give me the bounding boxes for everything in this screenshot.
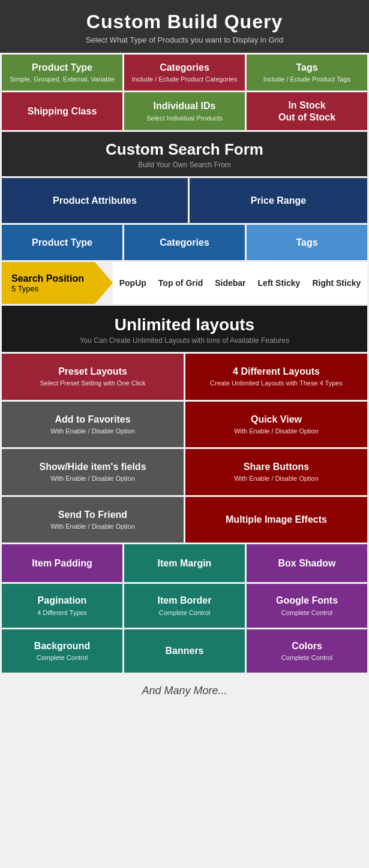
show-hide-label: Show/Hide item's fields <box>39 461 146 472</box>
search-position-title: Search Position <box>11 273 84 284</box>
option-top-of-grid[interactable]: Top of Grid <box>158 278 203 288</box>
item-border-sub: Complete Control <box>159 608 211 617</box>
quick-view-sub: With Enable / Disable Option <box>234 427 319 435</box>
unlimited-layouts-header: Unlimited layouts You Can Create Unlimit… <box>2 306 367 352</box>
cell-share-buttons[interactable]: Share Buttons With Enable / Disable Opti… <box>185 449 367 495</box>
cell-banners[interactable]: Banners <box>124 629 245 673</box>
unlimited-title: Unlimited layouts <box>8 315 361 334</box>
send-to-friend-label: Send To Friend <box>58 509 127 520</box>
layout-row1: Preset Layouts Select Preset Setting wit… <box>2 354 367 399</box>
extras-row1: Item Padding Item Margin Box Shadow <box>2 544 367 582</box>
cell-preset-layouts[interactable]: Preset Layouts Select Preset Setting wit… <box>2 354 184 399</box>
item-margin-label: Item Margin <box>158 557 212 569</box>
cell-in-stock[interactable]: In StockOut of Stock <box>247 92 367 129</box>
cell-multiple-image-effects[interactable]: Multiple Image Effects <box>185 497 367 542</box>
tags-sub: Include / Eclude Product Tags <box>263 75 350 83</box>
extras-row3: Background Complete Control Banners Colo… <box>2 629 367 673</box>
item-padding-label: Item Padding <box>32 557 92 569</box>
search-categories-label: Categories <box>160 237 209 248</box>
cell-background[interactable]: Background Complete Control <box>2 629 122 673</box>
cell-item-padding[interactable]: Item Padding <box>2 544 122 582</box>
box-shadow-label: Box Shadow <box>278 557 335 569</box>
page-header: Custom Build Query Select What Type of P… <box>0 0 369 53</box>
option-sidebar[interactable]: Sidebar <box>215 278 245 288</box>
product-query-row1: Product Type Simple, Grouped, External, … <box>2 55 367 91</box>
search-position-arrow <box>95 262 113 304</box>
cell-pagination[interactable]: Pagination 4 Different Types <box>2 584 122 627</box>
layout-row4: Send To Friend With Enable / Disable Opt… <box>2 497 367 542</box>
multiple-image-effects-label: Multiple Image Effects <box>226 514 327 525</box>
search-form-title: Custom Search Form <box>8 140 361 159</box>
cell-individual-ids[interactable]: Individual IDs Select Individual Product… <box>124 92 245 129</box>
cell-show-hide-fields[interactable]: Show/Hide item's fields With Enable / Di… <box>2 449 184 495</box>
product-type-label: Product Type <box>32 62 92 73</box>
cell-item-border[interactable]: Item Border Complete Control <box>124 584 245 627</box>
add-favorites-sub: With Enable / Disable Option <box>50 427 135 435</box>
categories-label: Categories <box>160 62 209 73</box>
cell-item-margin[interactable]: Item Margin <box>124 544 245 582</box>
cell-different-layouts[interactable]: 4 Different Layouts Create Unlimited Lay… <box>185 354 367 399</box>
background-sub: Complete Control <box>37 653 88 662</box>
different-layouts-label: 4 Different Layouts <box>233 366 320 377</box>
cell-send-to-friend[interactable]: Send To Friend With Enable / Disable Opt… <box>2 497 184 542</box>
banners-label: Banners <box>165 645 203 656</box>
colors-label: Colors <box>292 640 322 652</box>
cell-tags[interactable]: Tags Include / Eclude Product Tags <box>247 55 367 91</box>
product-query-row2: Shipping Class Individual IDs Select Ind… <box>2 92 367 129</box>
option-right-sticky[interactable]: Right Sticky <box>312 278 361 288</box>
individual-ids-sub: Select Individual Products <box>146 114 223 122</box>
product-attributes-label: Product Attributes <box>53 195 137 206</box>
cell-quick-view[interactable]: Quick View With Enable / Disable Option <box>185 402 367 447</box>
cell-search-product-type[interactable]: Product Type <box>2 225 122 260</box>
cell-google-fonts[interactable]: Google Fonts Complete Control <box>247 584 367 627</box>
search-form-subtitle: Build Your Own Search From <box>8 161 361 169</box>
header-subtitle: Select What Type of Products you want to… <box>6 35 363 44</box>
footer: And Many More... <box>0 673 369 709</box>
cell-product-type[interactable]: Product Type Simple, Grouped, External, … <box>2 55 122 91</box>
cell-search-categories[interactable]: Categories <box>124 225 245 260</box>
quick-view-label: Quick View <box>251 414 302 425</box>
item-border-label: Item Border <box>158 595 212 606</box>
option-popup[interactable]: PopUp <box>119 278 146 288</box>
share-buttons-sub: With Enable / Disable Option <box>234 474 319 483</box>
categories-sub: Include / Eclude Product Categories <box>132 75 238 83</box>
add-favorites-label: Add to Favorites <box>55 414 130 425</box>
product-type-sub: Simple, Grouped, External, Variable <box>10 75 115 83</box>
google-fonts-sub: Complete Control <box>281 608 333 617</box>
cell-shipping-class[interactable]: Shipping Class <box>2 92 122 129</box>
search-row1: Product Attributes Price Range <box>2 178 367 223</box>
search-tags-label: Tags <box>296 237 317 248</box>
price-range-label: Price Range <box>251 195 306 206</box>
send-to-friend-sub: With Enable / Disable Option <box>50 522 135 531</box>
pagination-label: Pagination <box>38 595 87 606</box>
search-product-type-label: Product Type <box>32 237 92 248</box>
tags-label: Tags <box>296 62 317 73</box>
cell-categories[interactable]: Categories Include / Eclude Product Cate… <box>124 55 245 91</box>
search-form-header: Custom Search Form Build Your Own Search… <box>2 132 367 176</box>
google-fonts-label: Google Fonts <box>276 595 338 606</box>
show-hide-sub: With Enable / Disable Option <box>50 474 135 483</box>
option-left-sticky[interactable]: Left Sticky <box>258 278 301 288</box>
footer-text: And Many More... <box>142 685 227 697</box>
cell-price-range[interactable]: Price Range <box>190 178 367 223</box>
different-layouts-sub: Create Unlimited Layouts with These 4 Ty… <box>210 379 343 387</box>
cell-search-tags[interactable]: Tags <box>247 225 367 260</box>
share-buttons-label: Share Buttons <box>244 461 309 472</box>
layout-row2: Add to Favorites With Enable / Disable O… <box>2 402 367 447</box>
search-position-row: Search Position 5 Types PopUp Top of Gri… <box>2 262 367 304</box>
pagination-sub: 4 Different Types <box>37 608 87 617</box>
search-options-container: PopUp Top of Grid Sidebar Left Sticky Ri… <box>113 262 367 304</box>
extras-row2: Pagination 4 Different Types Item Border… <box>2 584 367 627</box>
cell-box-shadow[interactable]: Box Shadow <box>247 544 367 582</box>
header-title: Custom Build Query <box>6 11 363 33</box>
search-row2: Product Type Categories Tags <box>2 225 367 260</box>
cell-product-attributes[interactable]: Product Attributes <box>2 178 188 223</box>
in-stock-label: In StockOut of Stock <box>278 100 335 122</box>
shipping-class-label: Shipping Class <box>28 106 97 117</box>
search-position-label: Search Position 5 Types <box>2 262 95 304</box>
cell-add-favorites[interactable]: Add to Favorites With Enable / Disable O… <box>2 402 184 447</box>
individual-ids-label: Individual IDs <box>153 100 215 111</box>
preset-layouts-label: Preset Layouts <box>58 366 127 377</box>
preset-layouts-sub: Select Preset Setting with One Click <box>40 379 145 387</box>
cell-colors[interactable]: Colors Complete Control <box>247 629 367 673</box>
